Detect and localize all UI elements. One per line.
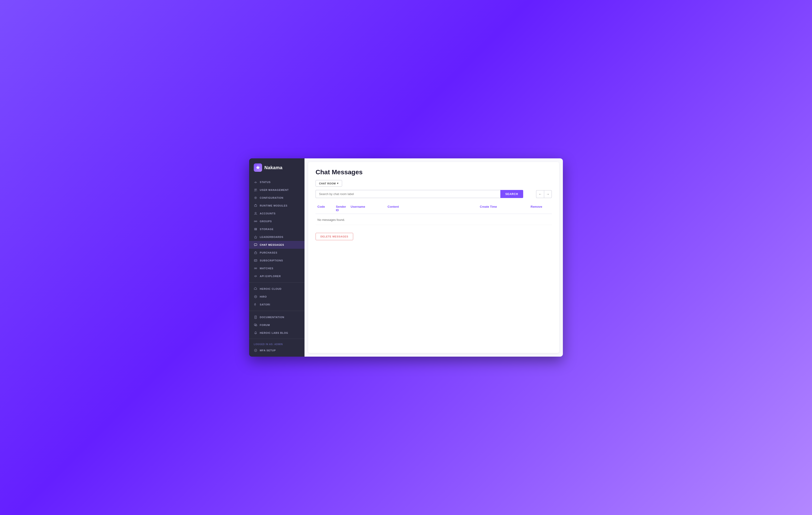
- svg-point-11: [256, 229, 257, 229]
- sidebar-item-leaderboards-label: Leaderboards: [260, 236, 284, 238]
- sidebar-item-logout[interactable]: Logout: [249, 354, 304, 357]
- pagination-next-button[interactable]: →: [544, 190, 552, 198]
- matches-icon: [254, 267, 257, 270]
- sidebar-item-heroic-cloud-label: Heroic Cloud: [260, 287, 282, 290]
- svg-point-1: [255, 183, 256, 183]
- sidebar-item-user-management[interactable]: User Management: [249, 186, 304, 194]
- sidebar-item-heroic-labs-blog-label: Heroic Labs Blog: [260, 332, 288, 334]
- svg-rect-5: [255, 205, 257, 207]
- svg-marker-0: [256, 165, 260, 170]
- col-username: Username: [349, 205, 386, 212]
- app-container: Nakama Status User Management Config: [249, 158, 563, 357]
- sidebar-item-runtime-modules[interactable]: Runtime Modules: [249, 202, 304, 210]
- sidebar-item-chat-messages[interactable]: Chat Messages: [249, 241, 304, 249]
- sidebar-item-groups[interactable]: Groups: [249, 217, 304, 225]
- content-panel: Chat Messages CHAT ROOM ▾ SEARCH: [308, 162, 559, 353]
- logo-text: Nakama: [264, 165, 283, 170]
- sidebar-item-matches-label: Matches: [260, 267, 273, 270]
- svg-point-17: [256, 268, 257, 269]
- sidebar-item-mfa-setup[interactable]: MFA Setup: [249, 346, 304, 354]
- svg-rect-13: [254, 244, 257, 245]
- page-title: Chat Messages: [316, 169, 552, 176]
- sidebar-item-heroic-cloud[interactable]: Heroic Cloud: [249, 285, 304, 293]
- purchases-icon: [254, 251, 257, 254]
- col-code: Code: [316, 205, 334, 212]
- sidebar-item-leaderboards[interactable]: Leaderboards: [249, 233, 304, 241]
- status-icon: [254, 180, 257, 184]
- sidebar-item-forum-label: Forum: [260, 324, 270, 327]
- chat-room-dropdown-label: CHAT ROOM: [319, 182, 336, 185]
- svg-rect-14: [255, 252, 257, 254]
- hiro-icon: [254, 295, 257, 299]
- doc-icon: [254, 315, 257, 319]
- chat-icon: [254, 243, 257, 247]
- logged-in-label: Logged in as: Admin: [249, 341, 304, 346]
- chevron-down-icon: ▾: [337, 182, 339, 185]
- logout-icon: [254, 356, 257, 357]
- sidebar-item-hiro[interactable]: Hiro: [249, 293, 304, 301]
- chat-room-dropdown[interactable]: CHAT ROOM ▾: [316, 180, 342, 187]
- sidebar-item-purchases[interactable]: Purchases: [249, 249, 304, 256]
- sidebar-item-subscriptions[interactable]: Subscriptions: [249, 256, 304, 265]
- sidebar-item-hiro-label: Hiro: [260, 295, 267, 298]
- sidebar-item-groups-label: Groups: [260, 220, 272, 223]
- svg-point-12: [256, 230, 257, 230]
- subscriptions-icon: [254, 259, 257, 262]
- svg-point-16: [255, 268, 256, 269]
- prev-icon: ←: [539, 192, 542, 196]
- table-header: Code Sender ID Username Content Create T…: [316, 203, 552, 214]
- pagination: ← →: [536, 190, 552, 198]
- users-icon: [254, 188, 257, 192]
- sidebar-item-chat-messages-label: Chat Messages: [260, 243, 284, 246]
- svg-rect-8: [256, 221, 257, 222]
- sidebar-item-configuration[interactable]: Configuration: [249, 194, 304, 202]
- logo-icon: [254, 163, 262, 172]
- empty-message: No messages found.: [316, 215, 552, 225]
- sidebar-item-user-management-label: User Management: [260, 188, 289, 191]
- delete-messages-button[interactable]: DELETE MESSAGES: [316, 233, 353, 240]
- filter-row: CHAT ROOM ▾: [316, 180, 552, 187]
- sidebar-item-storage[interactable]: Storage: [249, 225, 304, 233]
- sidebar-item-documentation[interactable]: Documentation: [249, 313, 304, 321]
- sidebar-nav: Status User Management Configuration Run…: [249, 176, 304, 339]
- sidebar-item-subscriptions-label: Subscriptions: [260, 259, 283, 262]
- pagination-prev-button[interactable]: ←: [536, 190, 544, 198]
- sidebar-item-status-label: Status: [260, 181, 270, 183]
- svg-rect-15: [254, 260, 257, 262]
- sidebar-item-satori-label: Satori: [260, 303, 270, 306]
- sidebar-item-accounts[interactable]: Accounts: [249, 210, 304, 217]
- search-button[interactable]: SEARCH: [500, 190, 523, 198]
- account-icon: [254, 212, 257, 215]
- sidebar-item-purchases-label: Purchases: [260, 251, 277, 254]
- cloud-icon: [254, 287, 257, 291]
- sidebar-item-status[interactable]: Status: [249, 178, 304, 186]
- next-icon: →: [546, 192, 550, 196]
- sidebar-item-api-explorer-label: API Explorer: [260, 275, 281, 278]
- sidebar-item-accounts-label: Accounts: [260, 212, 276, 215]
- svg-point-6: [255, 212, 256, 214]
- col-content: Content: [386, 205, 478, 212]
- table-body: No messages found.: [316, 215, 552, 229]
- svg-point-3: [256, 189, 257, 190]
- svg-point-2: [255, 189, 256, 190]
- sidebar-logo[interactable]: Nakama: [249, 158, 304, 176]
- col-remove: Remove: [529, 205, 552, 212]
- sidebar-item-satori[interactable]: Satori: [249, 301, 304, 308]
- api-icon: [254, 274, 257, 278]
- sidebar-item-forum[interactable]: Forum: [249, 321, 304, 329]
- sidebar-item-configuration-label: Configuration: [260, 196, 283, 199]
- search-input[interactable]: [316, 190, 500, 198]
- sidebar-item-heroic-labs-blog[interactable]: Heroic Labs Blog: [249, 329, 304, 337]
- main-content: Chat Messages CHAT ROOM ▾ SEARCH: [304, 158, 563, 357]
- sidebar-item-mfa-setup-label: MFA Setup: [260, 349, 276, 352]
- sidebar-item-matches[interactable]: Matches: [249, 265, 304, 272]
- leaderboard-icon: [254, 235, 257, 239]
- sidebar-item-api-explorer[interactable]: API Explorer: [249, 272, 304, 280]
- svg-point-18: [255, 296, 257, 298]
- col-sender-id: Sender ID: [334, 205, 349, 212]
- svg-rect-7: [254, 221, 255, 222]
- sidebar-bottom: Logged in as: Admin MFA Setup Logout: [249, 339, 304, 357]
- forum-icon: [254, 323, 257, 327]
- bell-icon: [254, 331, 257, 335]
- storage-icon: [254, 227, 257, 231]
